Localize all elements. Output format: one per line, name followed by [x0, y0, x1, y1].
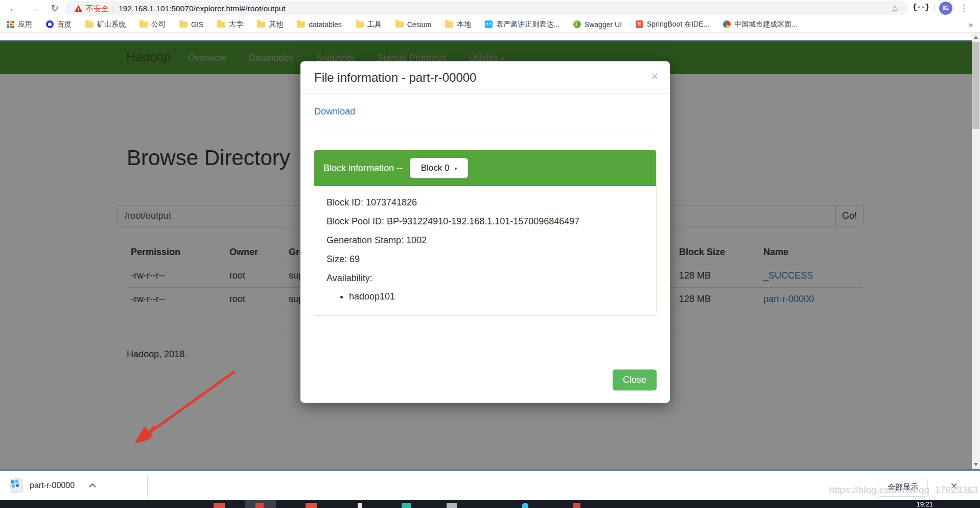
bookmark-folder-other[interactable]: 其他 — [257, 20, 283, 29]
springboot-icon: 简 — [636, 20, 643, 28]
bookmark-folder-cesium[interactable]: Cesium — [395, 20, 431, 29]
bookmark-label: Swagger UI — [585, 20, 622, 29]
block-select-value: Block 0 — [421, 163, 450, 173]
close-button[interactable]: Close — [613, 370, 657, 390]
block-information-panel: Block information -- Block 0 ▾ Block ID:… — [314, 150, 657, 316]
block-pool-id: Block Pool ID: BP-931224910-192.168.1.10… — [326, 216, 644, 227]
file-icon — [9, 477, 24, 493]
taskbar-icon-fragment[interactable] — [447, 503, 457, 508]
bookmark-apps[interactable]: 应用 — [7, 20, 32, 29]
security-label[interactable]: 不安全 — [86, 4, 109, 14]
chevron-down-icon: ▾ — [454, 166, 457, 171]
baidu-icon — [46, 20, 54, 28]
robot-icon — [485, 20, 493, 28]
download-file-name: part-r-00000 — [30, 481, 75, 490]
folder-icon — [257, 21, 265, 28]
block-select[interactable]: Block 0 ▾ — [410, 158, 468, 178]
taskbar-icon-fragment[interactable] — [522, 503, 528, 508]
chevron-up-icon[interactable] — [89, 483, 96, 488]
bookmark-label: SpringBoot 在IDE... — [647, 20, 709, 29]
bookmark-label: 本地 — [457, 20, 471, 29]
folder-icon — [139, 21, 148, 28]
bookmark-label: 应用 — [18, 20, 32, 29]
folder-icon — [356, 21, 364, 28]
generation-stamp: Generation Stamp: 1002 — [326, 235, 644, 246]
scroll-down-icon[interactable] — [974, 463, 978, 466]
bookmark-folder-local[interactable]: 本地 — [445, 20, 471, 29]
apps-grid-icon — [7, 21, 14, 28]
taskbar-icon-fragment[interactable] — [214, 503, 225, 508]
browser-toolbar: ← → ↻ ! 不安全 | 192.168.1.101:50070/explor… — [0, 0, 980, 16]
bookmark-regex[interactable]: 表严肃讲正则表达... — [485, 20, 559, 29]
bookmark-folder-datatables[interactable]: datatables — [297, 20, 342, 29]
forward-icon[interactable]: → — [27, 1, 42, 16]
modal-header: File information - part-r-00000 × — [300, 61, 670, 94]
bookmark-folder-university[interactable]: 大学 — [217, 20, 243, 29]
modal-divider — [314, 132, 656, 132]
folder-icon — [179, 21, 188, 28]
bookmark-folder-tools[interactable]: 工具 — [356, 20, 382, 29]
availability-label: Availability: — [326, 272, 644, 284]
bookmark-label: datatables — [309, 20, 342, 29]
address-bar[interactable]: ! 不安全 | 192.168.1.101:50070/explorer.htm… — [65, 1, 908, 15]
china-city-icon — [723, 20, 731, 28]
modal-footer: Close — [300, 357, 670, 403]
url-text[interactable]: 192.168.1.101:50070/explorer.html#/root/… — [119, 4, 286, 13]
bookmark-folder-gis[interactable]: GIS — [179, 20, 203, 29]
bookmark-star-icon[interactable]: ☆ — [891, 3, 899, 14]
bookmark-china-city[interactable]: 中国城市建成区面... — [723, 20, 798, 29]
bookmarks-bar: 应用 百度 矿山系统 公司 GIS 大学 其他 datatables 工具 Ce… — [0, 16, 980, 33]
folder-icon — [445, 21, 453, 28]
panel-heading: Block information -- Block 0 ▾ — [314, 150, 656, 186]
close-shelf-icon[interactable]: × — [950, 479, 958, 493]
bookmark-baidu[interactable]: 百度 — [46, 20, 72, 29]
download-item[interactable]: part-r-00000 — [10, 475, 138, 496]
show-all-button[interactable]: 全部显示 — [878, 478, 928, 497]
back-icon[interactable]: ← — [6, 1, 21, 16]
vertical-scrollbar[interactable] — [972, 33, 980, 469]
bookmark-label: 大学 — [229, 20, 243, 29]
bookmark-label: 百度 — [57, 20, 72, 29]
file-information-modal: File information - part-r-00000 × Downlo… — [300, 61, 670, 403]
scrollbar-thumb[interactable] — [972, 42, 979, 129]
download-link[interactable]: Download — [314, 106, 355, 117]
folder-icon — [85, 21, 94, 28]
panel-title: Block information -- — [323, 163, 403, 174]
bookmark-label: 其他 — [269, 20, 283, 29]
bookmark-folder-mining[interactable]: 矿山系统 — [85, 20, 126, 29]
taskbar-icon-fragment[interactable] — [358, 503, 362, 508]
close-icon[interactable]: × — [651, 68, 659, 84]
folder-icon — [217, 21, 225, 28]
bookmark-springboot[interactable]: 简 SpringBoot 在IDE... — [636, 20, 709, 29]
bookmarks-overflow-icon[interactable]: » — [969, 20, 973, 29]
browser-menu-icon[interactable]: ⋮ — [960, 3, 968, 13]
folder-icon — [395, 21, 404, 28]
bookmark-label: 中国城市建成区面... — [734, 20, 798, 29]
reload-icon[interactable]: ↻ — [47, 1, 62, 16]
scroll-up-icon[interactable] — [974, 36, 978, 39]
bookmark-folder-company[interactable]: 公司 — [139, 20, 166, 29]
availability-node: hadoop101 — [349, 291, 644, 302]
bookmark-swagger[interactable]: Swagger UI — [573, 20, 622, 29]
panel-body: Block ID: 1073741826 Block Pool ID: BP-9… — [314, 186, 656, 315]
bookmark-label: 公司 — [151, 20, 166, 29]
extension-icon[interactable]: {··} — [913, 3, 929, 12]
taskbar-icon-fragment[interactable] — [573, 503, 580, 508]
toolbar-separator: | — [934, 3, 936, 12]
availability-list: hadoop101 — [349, 291, 644, 302]
taskbar-icon-fragment[interactable] — [306, 503, 317, 508]
warning-icon: ! — [75, 5, 82, 12]
block-size-value: Size: 69 — [326, 253, 644, 265]
shelf-divider — [147, 475, 148, 497]
profile-avatar[interactable]: 晖 — [939, 2, 952, 15]
downloads-bar: part-r-00000 全部显示 × — [0, 469, 980, 500]
block-id: Block ID: 1073741826 — [326, 197, 644, 209]
bookmark-label: 表严肃讲正则表达... — [496, 20, 559, 29]
taskbar-clock: 19:21 — [916, 500, 933, 508]
taskbar-icon-fragment[interactable] — [255, 503, 264, 508]
taskbar-icon-fragment[interactable] — [402, 503, 411, 508]
bookmark-label: Cesium — [407, 20, 431, 29]
bookmark-label: GIS — [191, 20, 203, 29]
windows-taskbar[interactable]: 19:21 — [0, 500, 980, 508]
swagger-icon — [573, 20, 581, 28]
